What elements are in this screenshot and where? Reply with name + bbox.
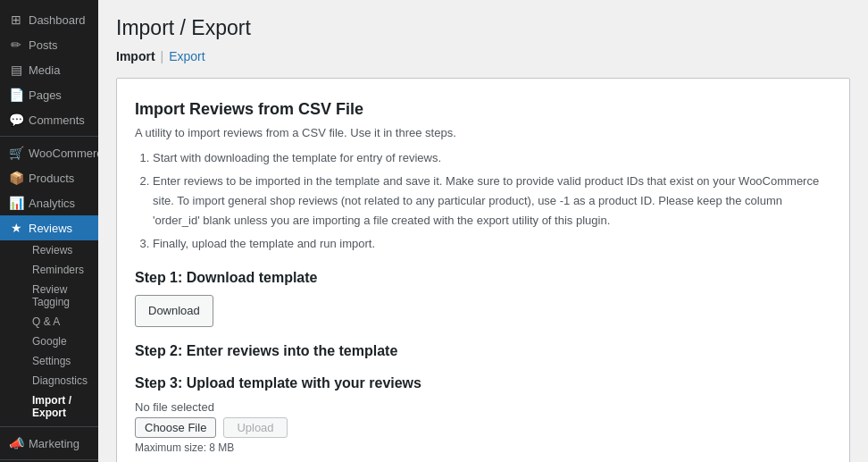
sidebar-item-reviews[interactable]: ★ Reviews [0, 215, 98, 240]
download-button[interactable]: Download [135, 295, 213, 327]
no-file-label: No file selected [135, 400, 831, 414]
sidebar-item-comments[interactable]: 💬 Comments [0, 107, 98, 132]
steps-list: Start with downloading the template for … [153, 148, 831, 254]
sidebar-label-woocommerce: WooCommerce [29, 147, 98, 160]
sidebar-label-posts: Posts [29, 38, 58, 52]
media-icon: ▤ [9, 63, 23, 77]
products-icon: 📦 [9, 171, 23, 185]
sidebar-label-reviews: Reviews [29, 222, 72, 235]
sidebar-label-products: Products [29, 172, 74, 185]
reviews-submenu: Reviews Reminders Review Tagging Q & A G… [0, 240, 98, 423]
sidebar-label-media: Media [29, 63, 60, 77]
sub-diagnostics[interactable]: Diagnostics [23, 371, 98, 391]
main-content: Import / Export Import | Export Import R… [98, 0, 868, 462]
choose-file-button[interactable]: Choose File [135, 417, 216, 438]
sidebar-label-marketing: Marketing [29, 437, 79, 450]
tab-import[interactable]: Import [116, 49, 155, 63]
tab-export[interactable]: Export [169, 49, 204, 63]
divider2 [0, 426, 98, 427]
file-input-row: Choose File Upload [135, 417, 831, 438]
tab-separator: | [161, 49, 164, 63]
sidebar-label-dashboard: Dashboard [29, 13, 86, 27]
sidebar-label-comments: Comments [29, 113, 85, 127]
import-description: A utility to import reviews from a CSV f… [135, 126, 831, 139]
comments-icon: 💬 [9, 113, 23, 127]
sub-review-tagging[interactable]: Review Tagging [23, 280, 98, 312]
step1-heading: Step 1: Download template [135, 270, 831, 286]
posts-icon: ✏ [9, 38, 23, 52]
sidebar-item-posts[interactable]: ✏ Posts [0, 32, 98, 57]
upload-area: No file selected Choose File Upload Maxi… [135, 400, 831, 454]
step2-heading: Step 2: Enter reviews into the template [135, 343, 831, 359]
import-heading: Import Reviews from CSV File [135, 100, 831, 119]
sidebar-item-analytics[interactable]: 📊 Analytics [0, 190, 98, 215]
sidebar-item-media[interactable]: ▤ Media [0, 57, 98, 82]
max-size-label: Maximum size: 8 MB [135, 441, 831, 454]
sub-reviews[interactable]: Reviews [23, 240, 98, 260]
sub-qa[interactable]: Q & A [23, 312, 98, 332]
analytics-icon: 📊 [9, 196, 23, 210]
step-3-text: Finally, upload the template and run imp… [153, 234, 831, 254]
sidebar-item-pages[interactable]: 📄 Pages [0, 82, 98, 107]
step-2-text: Enter reviews to be imported in the temp… [153, 172, 831, 231]
sub-import-export[interactable]: Import / Export [23, 391, 98, 423]
sidebar-label-pages: Pages [29, 88, 62, 102]
step3-heading: Step 3: Upload template with your review… [135, 375, 831, 391]
woocommerce-icon: 🛒 [9, 146, 23, 160]
divider [0, 136, 98, 137]
pages-icon: 📄 [9, 88, 23, 102]
dashboard-icon: ⊞ [9, 13, 23, 27]
tab-bar: Import | Export [116, 49, 850, 63]
sub-reminders[interactable]: Reminders [23, 260, 98, 280]
reviews-icon: ★ [9, 221, 23, 235]
sub-settings[interactable]: Settings [23, 351, 98, 371]
upload-button[interactable]: Upload [223, 417, 287, 438]
import-card: Import Reviews from CSV File A utility t… [116, 78, 850, 462]
sub-google[interactable]: Google [23, 332, 98, 351]
divider3 [0, 459, 98, 460]
sidebar-label-analytics: Analytics [29, 197, 75, 210]
sidebar-item-dashboard[interactable]: ⊞ Dashboard [0, 7, 98, 32]
marketing-icon: 📣 [9, 436, 23, 450]
sidebar-item-marketing[interactable]: 📣 Marketing [0, 431, 98, 456]
sidebar-item-woocommerce[interactable]: 🛒 WooCommerce [0, 140, 98, 165]
sidebar: ⊞ Dashboard ✏ Posts ▤ Media 📄 Pages 💬 Co… [0, 0, 98, 462]
step-1-text: Start with downloading the template for … [153, 148, 831, 168]
sidebar-item-products[interactable]: 📦 Products [0, 165, 98, 190]
page-title: Import / Export [116, 16, 850, 40]
